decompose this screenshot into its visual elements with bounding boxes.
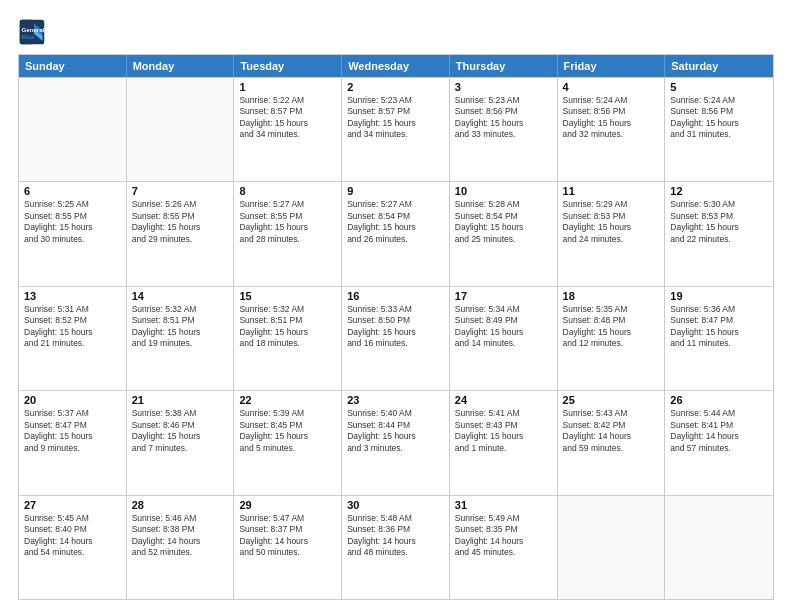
cell-line: Sunrise: 5:35 AM: [563, 304, 660, 315]
cell-line: and 48 minutes.: [347, 547, 444, 558]
cell-line: Daylight: 15 hours: [347, 222, 444, 233]
cell-line: Sunset: 8:53 PM: [563, 211, 660, 222]
calendar-cell: 19Sunrise: 5:36 AMSunset: 8:47 PMDayligh…: [665, 287, 773, 390]
calendar-cell: 18Sunrise: 5:35 AMSunset: 8:48 PMDayligh…: [558, 287, 666, 390]
day-number: 21: [132, 394, 229, 406]
cell-line: Sunrise: 5:32 AM: [132, 304, 229, 315]
cell-line: and 7 minutes.: [132, 443, 229, 454]
day-number: 31: [455, 499, 552, 511]
cell-line: Sunset: 8:50 PM: [347, 315, 444, 326]
cell-line: Sunset: 8:56 PM: [455, 106, 552, 117]
day-number: 8: [239, 185, 336, 197]
cell-line: Sunset: 8:42 PM: [563, 420, 660, 431]
cell-line: Sunrise: 5:36 AM: [670, 304, 768, 315]
cell-line: Daylight: 15 hours: [24, 327, 121, 338]
cell-line: Sunrise: 5:40 AM: [347, 408, 444, 419]
cell-line: Sunset: 8:54 PM: [455, 211, 552, 222]
cell-line: Sunrise: 5:29 AM: [563, 199, 660, 210]
calendar-cell: 2Sunrise: 5:23 AMSunset: 8:57 PMDaylight…: [342, 78, 450, 181]
day-number: 16: [347, 290, 444, 302]
cell-line: Sunrise: 5:28 AM: [455, 199, 552, 210]
cell-line: Sunset: 8:56 PM: [670, 106, 768, 117]
calendar-cell: [127, 78, 235, 181]
calendar-cell: 31Sunrise: 5:49 AMSunset: 8:35 PMDayligh…: [450, 496, 558, 599]
day-number: 13: [24, 290, 121, 302]
cell-line: and 3 minutes.: [347, 443, 444, 454]
cell-line: Sunset: 8:40 PM: [24, 524, 121, 535]
cell-line: Daylight: 15 hours: [24, 222, 121, 233]
calendar-cell: 14Sunrise: 5:32 AMSunset: 8:51 PMDayligh…: [127, 287, 235, 390]
cell-line: Sunset: 8:37 PM: [239, 524, 336, 535]
cell-line: Sunrise: 5:25 AM: [24, 199, 121, 210]
cell-line: Sunset: 8:48 PM: [563, 315, 660, 326]
cell-line: Daylight: 15 hours: [455, 222, 552, 233]
cell-line: Sunset: 8:57 PM: [239, 106, 336, 117]
calendar-cell: 10Sunrise: 5:28 AMSunset: 8:54 PMDayligh…: [450, 182, 558, 285]
cell-line: Sunrise: 5:34 AM: [455, 304, 552, 315]
cell-line: and 1 minute.: [455, 443, 552, 454]
calendar-header-cell: Sunday: [19, 55, 127, 77]
cell-line: and 59 minutes.: [563, 443, 660, 454]
cell-line: and 34 minutes.: [239, 129, 336, 140]
day-number: 17: [455, 290, 552, 302]
day-number: 11: [563, 185, 660, 197]
cell-line: and 32 minutes.: [563, 129, 660, 140]
cell-line: Sunrise: 5:24 AM: [670, 95, 768, 106]
logo: General Blue: [18, 18, 50, 46]
cell-line: Daylight: 15 hours: [347, 118, 444, 129]
svg-text:General: General: [22, 26, 45, 33]
cell-line: and 12 minutes.: [563, 338, 660, 349]
calendar-header-cell: Tuesday: [234, 55, 342, 77]
cell-line: Sunrise: 5:31 AM: [24, 304, 121, 315]
day-number: 14: [132, 290, 229, 302]
day-number: 19: [670, 290, 768, 302]
cell-line: Daylight: 15 hours: [455, 431, 552, 442]
calendar-row: 27Sunrise: 5:45 AMSunset: 8:40 PMDayligh…: [19, 495, 773, 599]
day-number: 3: [455, 81, 552, 93]
cell-line: and 52 minutes.: [132, 547, 229, 558]
day-number: 25: [563, 394, 660, 406]
day-number: 7: [132, 185, 229, 197]
cell-line: Sunset: 8:54 PM: [347, 211, 444, 222]
calendar-header: SundayMondayTuesdayWednesdayThursdayFrid…: [19, 55, 773, 77]
day-number: 20: [24, 394, 121, 406]
cell-line: Sunset: 8:43 PM: [455, 420, 552, 431]
cell-line: and 18 minutes.: [239, 338, 336, 349]
calendar-cell: 20Sunrise: 5:37 AMSunset: 8:47 PMDayligh…: [19, 391, 127, 494]
cell-line: Daylight: 15 hours: [455, 327, 552, 338]
cell-line: and 11 minutes.: [670, 338, 768, 349]
cell-line: and 5 minutes.: [239, 443, 336, 454]
cell-line: and 54 minutes.: [24, 547, 121, 558]
cell-line: Sunrise: 5:24 AM: [563, 95, 660, 106]
calendar-cell: 23Sunrise: 5:40 AMSunset: 8:44 PMDayligh…: [342, 391, 450, 494]
cell-line: and 45 minutes.: [455, 547, 552, 558]
cell-line: and 25 minutes.: [455, 234, 552, 245]
cell-line: Daylight: 14 hours: [347, 536, 444, 547]
calendar-body: 1Sunrise: 5:22 AMSunset: 8:57 PMDaylight…: [19, 77, 773, 599]
cell-line: Sunset: 8:46 PM: [132, 420, 229, 431]
calendar: SundayMondayTuesdayWednesdayThursdayFrid…: [18, 54, 774, 600]
calendar-header-cell: Thursday: [450, 55, 558, 77]
calendar-cell: 30Sunrise: 5:48 AMSunset: 8:36 PMDayligh…: [342, 496, 450, 599]
day-number: 5: [670, 81, 768, 93]
cell-line: and 31 minutes.: [670, 129, 768, 140]
calendar-cell: 4Sunrise: 5:24 AMSunset: 8:56 PMDaylight…: [558, 78, 666, 181]
calendar-header-cell: Friday: [558, 55, 666, 77]
calendar-cell: 25Sunrise: 5:43 AMSunset: 8:42 PMDayligh…: [558, 391, 666, 494]
day-number: 2: [347, 81, 444, 93]
day-number: 9: [347, 185, 444, 197]
cell-line: Sunset: 8:35 PM: [455, 524, 552, 535]
calendar-cell: 17Sunrise: 5:34 AMSunset: 8:49 PMDayligh…: [450, 287, 558, 390]
cell-line: and 28 minutes.: [239, 234, 336, 245]
day-number: 23: [347, 394, 444, 406]
cell-line: Sunrise: 5:48 AM: [347, 513, 444, 524]
cell-line: and 34 minutes.: [347, 129, 444, 140]
calendar-cell: 12Sunrise: 5:30 AMSunset: 8:53 PMDayligh…: [665, 182, 773, 285]
cell-line: Sunrise: 5:32 AM: [239, 304, 336, 315]
cell-line: Daylight: 15 hours: [24, 431, 121, 442]
cell-line: Sunset: 8:44 PM: [347, 420, 444, 431]
cell-line: Sunrise: 5:27 AM: [347, 199, 444, 210]
day-number: 15: [239, 290, 336, 302]
calendar-cell: 7Sunrise: 5:26 AMSunset: 8:55 PMDaylight…: [127, 182, 235, 285]
calendar-cell: 9Sunrise: 5:27 AMSunset: 8:54 PMDaylight…: [342, 182, 450, 285]
